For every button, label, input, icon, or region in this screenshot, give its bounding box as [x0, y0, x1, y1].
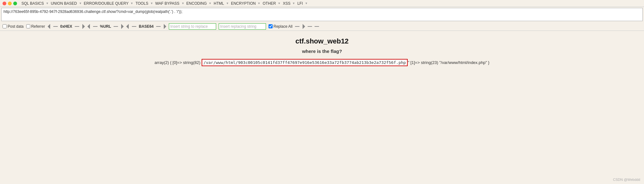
nav-item-tools[interactable]: TOOLS [135, 1, 149, 6]
nav-item-html[interactable]: HTML [213, 1, 225, 6]
hex-line [53, 26, 58, 27]
replace-right-arrow [302, 24, 305, 29]
nav-item-union-based[interactable]: UNION BASED [50, 1, 78, 6]
nav-item-waf-bypass[interactable]: WAF BYPASS [155, 1, 180, 6]
nav-item-lfi[interactable]: LFI [297, 1, 303, 6]
watermark: CSDN @Webddd [613, 178, 640, 181]
url-left-arrow [87, 24, 91, 29]
watermark-text: CSDN @Webddd [613, 178, 640, 181]
replace-line-right [295, 26, 299, 27]
result-suffix: " [1]=> string(23) "/var/www/html/index.… [408, 60, 489, 65]
replace-all-text: Replace All [274, 24, 292, 29]
result-highlighted-path: /var/www/html/903c00105c0141fd37ff47697e… [202, 59, 408, 66]
toolbar: Post data Referrer 0xHEX %URL BASE64 Rep… [0, 22, 644, 31]
replace-line2 [308, 26, 312, 27]
replace-line3 [315, 26, 319, 27]
base64-line-right [156, 26, 161, 27]
post-data-label: Post data [8, 24, 24, 29]
page-title: ctf.show_web12 [6, 37, 638, 45]
url-display[interactable]: http://763ee65f-895b-4792-947f-2928ad636… [3, 9, 182, 14]
insert-replacing-input[interactable] [219, 23, 266, 30]
nav-item-sql-basics[interactable]: SQL BASICS [21, 1, 44, 6]
insert-string-input[interactable] [169, 23, 216, 30]
maximize-button[interactable] [13, 2, 17, 5]
referrer-checkbox-label[interactable]: Referrer [26, 24, 45, 29]
page-subtitle: where is the flag? [6, 49, 638, 54]
referrer-label: Referrer [31, 24, 45, 29]
hex-left-arrow [48, 24, 51, 29]
close-button[interactable] [3, 2, 6, 5]
nav-item-encoding[interactable]: ENCODING [186, 1, 208, 6]
base64-left-arrow [126, 24, 129, 29]
url-line [93, 26, 97, 27]
base64-line [132, 26, 136, 27]
hex-line-right [75, 26, 79, 27]
post-data-checkbox[interactable] [3, 24, 7, 28]
result-line: array(2) { [0]=> string(82) /var/www/htm… [6, 59, 638, 66]
replace-all-checkbox[interactable] [269, 24, 273, 28]
main-content: ctf.show_web12 where is the flag? array(… [0, 31, 644, 72]
post-data-checkbox-label[interactable]: Post data [3, 24, 24, 29]
nav-item-xss[interactable]: XSS [282, 1, 291, 6]
url-right-arrow [121, 24, 124, 29]
url-label: %URL [100, 24, 111, 29]
nav-item-error-double-query[interactable]: ERROR/DOUBLE QUERY [83, 1, 129, 6]
result-prefix: array(2) { [0]=> string(82) [155, 60, 202, 65]
base64-right-arrow [163, 24, 166, 29]
traffic-lights [3, 2, 17, 5]
referrer-checkbox[interactable] [26, 24, 30, 28]
nav-item-encryption[interactable]: ENCRYPTION [230, 1, 256, 6]
hex-label: 0xHEX [60, 24, 72, 29]
nav-bar: SQL BASICS▾ UNION BASED▾ ERROR/DOUBLE QU… [0, 0, 644, 7]
hex-right-arrow [82, 24, 85, 29]
url-line-right [114, 26, 118, 27]
minimize-button[interactable] [8, 2, 12, 5]
nav-item-other[interactable]: OTHER [262, 1, 276, 6]
replace-all-label[interactable]: Replace All [269, 24, 292, 29]
url-bar-container: http://763ee65f-895b-4792-947f-2928ad636… [1, 8, 643, 21]
base64-label: BASE64 [139, 24, 154, 29]
